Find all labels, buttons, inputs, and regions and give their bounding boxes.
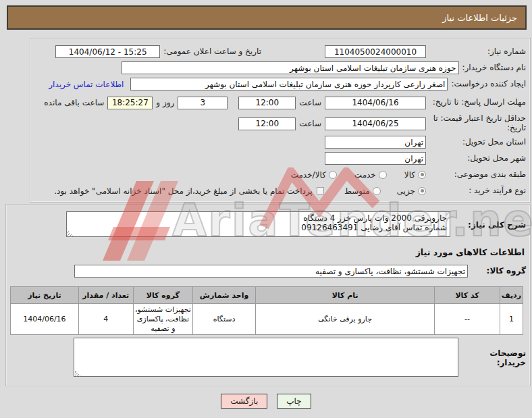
page-title: جزئیات اطلاعات نیاز [442, 13, 517, 23]
subject-class-row: طبقه بندی موضوعی: کالا خدمت کالا/خدمت [34, 167, 526, 182]
subject-class-option-goods-service: کالا/خدمت [291, 170, 337, 180]
delivery-city-row: شهر محل تحویل: [34, 151, 526, 165]
treasury-checkbox[interactable] [317, 187, 324, 194]
delivery-province-label: استان محل تحویل: [426, 138, 526, 147]
cell-need-date: 1404/06/16 [11, 304, 79, 335]
goods-table-row: 1 -- جارو برقی خانگی دستگاه تجهیزات شستش… [11, 304, 523, 335]
price-validity-row: حداقل تاریخ اعتبار قیمت: تا تاریخ: ساعت [34, 114, 526, 133]
delivery-city-label: شهر محل تحویل: [426, 154, 526, 163]
buyer-org-input[interactable] [122, 61, 459, 74]
col-header-quantity: تعداد / مقدار [78, 287, 133, 304]
goods-service-radio-label: کالا/خدمت [291, 170, 326, 180]
price-validity-time-input[interactable] [238, 117, 296, 130]
col-header-row-number: ردیف [500, 287, 523, 304]
action-buttons: چاپ بازگشت [0, 394, 532, 409]
announce-datetime-input[interactable] [55, 45, 160, 58]
subject-class-option-goods: کالا [404, 170, 426, 180]
minor-radio-label: جزیی [397, 186, 415, 196]
need-number-row: شماره نیاز: تاریخ و ساعت اعلان عمومی: [34, 45, 526, 59]
purchase-process-option-medium: متوسط [344, 186, 381, 196]
goods-table: ردیف کد کالا نام کالا واحد شمارش گروه کا… [10, 286, 523, 335]
treasury-note: پرداخت تمام یا بخشی از مبلغ خرید،از محل … [54, 186, 313, 196]
need-number-label: شماره نیاز: [426, 47, 526, 57]
buyer-contact-link[interactable]: اطلاعات تماس خریدار [49, 80, 124, 89]
remaining-days-label: روز و [156, 98, 174, 107]
delivery-province-row: استان محل تحویل: [34, 135, 526, 149]
remaining-days-input[interactable] [178, 97, 228, 109]
page-header: جزئیات اطلاعات نیاز [7, 5, 527, 30]
purchase-process-label: نوع فرآیند خرید : [426, 186, 526, 196]
goods-service-radio[interactable] [329, 171, 337, 179]
request-creator-label: ایجاد کننده درخواست: [451, 80, 526, 89]
buyer-org-row: نام دستگاه خریدار: [34, 61, 526, 75]
purchase-process-row: نوع فرآیند خرید : جزیی متوسط پرداخت تمام… [34, 184, 526, 198]
delivery-province-input[interactable] [325, 136, 426, 149]
buyer-notes-row: توضیحات خریدار: [10, 338, 526, 379]
buyer-org-label: نام دستگاه خریدار: [462, 63, 527, 73]
col-header-item-name: نام کالا [255, 287, 434, 304]
goods-radio-label: کالا [404, 170, 415, 180]
delivery-city-input[interactable] [325, 152, 426, 165]
request-creator-row: ایجاد کننده درخواست: اطلاعات تماس خریدار [34, 77, 526, 91]
reply-deadline-label: مهلت ارسال پاسخ: تا تاریخ: [426, 98, 526, 107]
col-header-need-date: تاریخ نیاز [11, 287, 79, 304]
reply-deadline-time-input[interactable] [238, 97, 296, 109]
subject-class-label: طبقه بندی موضوعی: [426, 170, 526, 180]
medium-radio-label: متوسط [344, 186, 370, 196]
subject-class-option-service: خدمت [354, 170, 387, 180]
price-validity-date-input[interactable] [325, 117, 426, 130]
need-number-input[interactable] [325, 45, 426, 58]
need-description-textarea[interactable]: جاروبرقی 2000 وات پارس خزر 4 دستگاه شمار… [66, 211, 450, 237]
cell-item-name: جارو برقی خانگی [255, 304, 434, 335]
goods-group-row: گروه کالا: [10, 264, 526, 278]
back-button[interactable]: بازگشت [221, 394, 267, 409]
goods-panel: شرح کلی نیاز: جاروبرقی 2000 وات پارس خزر… [5, 204, 531, 386]
price-validity-hour-label: ساعت [299, 119, 321, 128]
buyer-notes-wrap [74, 338, 458, 379]
remaining-hours-label: ساعت باقی مانده [44, 98, 104, 107]
cell-item-code: -- [435, 304, 500, 335]
print-button[interactable]: چاپ [277, 394, 311, 409]
need-description-wrap: جاروبرقی 2000 وات پارس خزر 4 دستگاه شمار… [66, 211, 450, 239]
request-creator-input[interactable] [130, 78, 448, 90]
goods-group-label: گروه کالا: [468, 267, 526, 276]
announce-datetime-label: تاریخ و ساعت اعلان عمومی: [163, 47, 261, 57]
buyer-notes-textarea[interactable] [74, 338, 458, 377]
reply-deadline-row: مهلت ارسال پاسخ: تا تاریخ: ساعت روز و سا… [34, 93, 526, 112]
buyer-notes-label: توضیحات خریدار: [458, 349, 526, 368]
goods-table-header-row: ردیف کد کالا نام کالا واحد شمارش گروه کا… [11, 287, 523, 304]
service-radio[interactable] [379, 171, 387, 179]
countdown-input[interactable] [107, 97, 153, 109]
app-window: جزئیات اطلاعات نیاز شماره نیاز: تاریخ و … [0, 0, 532, 418]
col-header-unit: واحد شمارش [193, 287, 256, 304]
price-validity-label: حداقل تاریخ اعتبار قیمت: تا تاریخ: [426, 114, 526, 133]
goods-info-title: اطلاعات کالاهای مورد نیاز [10, 247, 525, 257]
purchase-process-option-minor: جزیی [397, 186, 426, 196]
medium-radio[interactable] [373, 187, 381, 195]
cell-group: تجهیزات شستشو، نظافت، پاکسازی و تصفیه [133, 304, 193, 335]
need-description-row: شرح کلی نیاز: جاروبرقی 2000 وات پارس خزر… [10, 211, 526, 239]
minor-radio[interactable] [418, 187, 426, 195]
goods-group-input[interactable] [74, 265, 468, 278]
reply-deadline-hour-label: ساعت [299, 98, 321, 107]
cell-unit: دستگاه [193, 304, 256, 335]
need-description-label: شرح کلی نیاز: [450, 221, 526, 230]
need-details-panel: شماره نیاز: تاریخ و ساعت اعلان عمومی: نا… [30, 38, 531, 203]
service-radio-label: خدمت [354, 170, 376, 180]
cell-row-number: 1 [500, 304, 523, 335]
col-header-item-code: کد کالا [435, 287, 500, 304]
cell-quantity: 4 [78, 304, 133, 335]
col-header-group: گروه کالا [133, 287, 193, 304]
reply-deadline-date-input[interactable] [325, 97, 426, 109]
goods-radio[interactable] [418, 171, 426, 179]
